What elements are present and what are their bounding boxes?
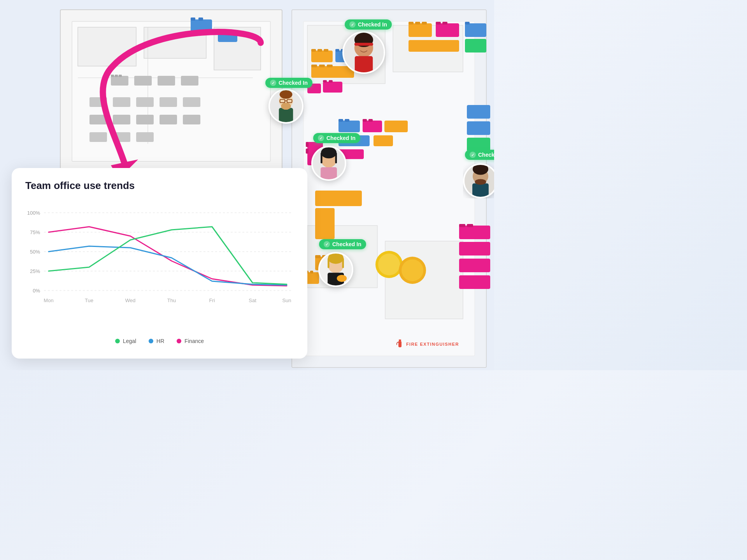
svg-rect-58 (409, 22, 414, 24)
person-avatar-2 (342, 31, 385, 74)
checked-in-badge-4: ✓ Checked In (319, 239, 366, 249)
svg-rect-53 (323, 82, 342, 93)
svg-rect-97 (459, 242, 490, 256)
checked-in-badge-5: ✓ Checke (465, 150, 494, 160)
svg-rect-99 (459, 275, 490, 289)
svg-rect-96 (467, 224, 473, 227)
chart-legend: Legal HR Finance (25, 338, 294, 344)
svg-rect-52 (327, 65, 333, 67)
svg-rect-47 (335, 49, 339, 52)
fire-extinguisher-label: FIRE EXTINGUISHER (396, 340, 459, 349)
svg-rect-43 (311, 49, 316, 52)
svg-rect-65 (465, 23, 486, 37)
person-avatar-4 (318, 252, 353, 287)
checked-in-badge-2: ✓ Checked In (345, 19, 392, 30)
svg-text:Wed: Wed (125, 298, 136, 303)
svg-point-131 (337, 275, 347, 282)
svg-rect-72 (363, 119, 367, 122)
svg-rect-100 (467, 105, 490, 119)
svg-rect-98 (459, 259, 490, 272)
svg-rect-50 (311, 65, 317, 67)
checked-in-badge-1: ✓ Checked In (265, 78, 312, 88)
svg-point-93 (402, 259, 423, 281)
svg-rect-82 (315, 208, 335, 239)
svg-rect-79 (306, 142, 309, 147)
svg-text:0%: 0% (33, 288, 40, 294)
svg-rect-66 (465, 22, 470, 24)
person-avatar-1 (268, 89, 303, 124)
svg-text:Tue: Tue (85, 298, 93, 303)
svg-rect-57 (409, 23, 432, 37)
svg-rect-70 (345, 119, 349, 122)
svg-rect-55 (329, 80, 333, 82)
svg-point-109 (281, 103, 291, 110)
svg-rect-49 (311, 66, 354, 78)
svg-rect-64 (409, 40, 459, 52)
svg-rect-67 (465, 39, 486, 52)
svg-point-91 (378, 254, 400, 275)
svg-rect-69 (338, 119, 343, 122)
svg-text:Sun: Sun (282, 298, 291, 303)
svg-point-122 (321, 147, 337, 158)
svg-rect-108 (279, 108, 293, 122)
svg-rect-89 (310, 271, 313, 273)
svg-text:100%: 100% (27, 210, 40, 216)
svg-rect-137 (399, 340, 401, 341)
svg-rect-134 (472, 183, 489, 197)
svg-rect-130 (342, 258, 344, 268)
legend-item-hr: HR (149, 338, 164, 344)
svg-text:50%: 50% (30, 249, 40, 255)
svg-rect-51 (319, 65, 325, 67)
svg-rect-44 (317, 49, 322, 52)
svg-rect-60 (422, 22, 427, 24)
svg-text:Sat: Sat (249, 298, 256, 303)
svg-rect-101 (467, 121, 490, 135)
svg-rect-62 (436, 22, 441, 24)
svg-rect-59 (415, 22, 420, 24)
svg-rect-102 (467, 138, 490, 151)
svg-text:75%: 75% (30, 229, 40, 235)
svg-rect-68 (338, 121, 360, 132)
svg-rect-71 (363, 121, 382, 132)
person-avatar-3 (311, 146, 346, 181)
chart-title: Team office use trends (25, 180, 294, 192)
checked-in-badge-3: ✓ Checked In (313, 133, 360, 143)
svg-rect-87 (305, 272, 319, 284)
svg-rect-116 (355, 56, 373, 72)
curved-arrow (35, 12, 292, 187)
svg-rect-124 (335, 153, 337, 163)
legend-item-legal: Legal (115, 338, 136, 344)
svg-text:Thu: Thu (167, 298, 176, 303)
svg-rect-73 (368, 119, 373, 122)
svg-text:Fri: Fri (209, 298, 215, 303)
svg-text:25%: 25% (30, 268, 40, 274)
person-avatar-5 (463, 163, 494, 198)
svg-rect-63 (442, 22, 447, 24)
svg-rect-61 (436, 23, 459, 37)
svg-rect-45 (324, 49, 328, 52)
chart-area: 100% 75% 50% 25% 0% Mon Tue Wed Thu Fri … (25, 201, 294, 333)
svg-rect-84 (315, 255, 321, 258)
chart-card: Team office use trends 100% 75% 50% 25% … (12, 168, 307, 359)
svg-rect-123 (321, 153, 323, 163)
svg-rect-138 (398, 341, 402, 347)
svg-rect-81 (315, 191, 362, 206)
svg-rect-129 (328, 258, 330, 268)
svg-text:Mon: Mon (44, 298, 53, 303)
svg-point-136 (475, 179, 486, 185)
svg-rect-94 (459, 226, 490, 239)
svg-rect-54 (323, 80, 327, 82)
svg-rect-121 (321, 167, 337, 179)
svg-rect-15 (385, 241, 463, 319)
svg-rect-118 (354, 43, 373, 46)
legend-item-finance: Finance (177, 338, 204, 344)
svg-rect-42 (311, 51, 333, 62)
svg-point-113 (280, 90, 293, 99)
svg-rect-76 (374, 135, 393, 146)
svg-rect-80 (306, 149, 309, 154)
svg-rect-74 (384, 121, 408, 132)
svg-rect-95 (459, 224, 465, 227)
